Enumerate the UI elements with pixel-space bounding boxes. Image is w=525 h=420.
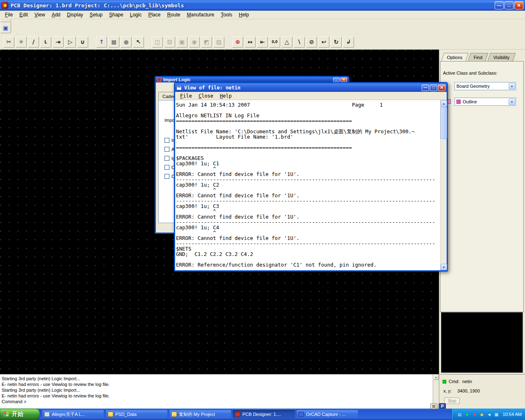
viewer-menu-help[interactable]: Help	[217, 93, 235, 99]
task-label: PSD_Data	[115, 412, 137, 417]
import-option-checkbox[interactable]	[164, 165, 169, 170]
eco-compare-icon[interactable]: ◫	[152, 37, 163, 48]
cut-icon[interactable]: ✂	[3, 37, 14, 48]
circle-cutout-icon[interactable]: ⊘	[306, 37, 317, 48]
keyboard-layout-icon[interactable]: ▤	[430, 403, 437, 409]
console-line: Starting 3rd party (netin) Logic Import.…	[2, 376, 431, 381]
spin-route-icon[interactable]: ↻	[331, 37, 342, 48]
origin-00-icon[interactable]: 0,0	[269, 37, 280, 48]
toolbar-row-2: ✂ ✳ ∕ L ⇥ ▷ ∪ ↑ ■ ● ↖ ◫ ⊟ ▣ ◉ ◩	[0, 34, 525, 50]
ime-keyboard-icon[interactable]: ▤	[457, 412, 463, 417]
save-drawing-icon[interactable]: ▣	[0, 22, 11, 33]
menu-display[interactable]: Display	[64, 11, 86, 18]
tab-find[interactable]: Find	[468, 53, 488, 61]
task-psd-data[interactable]: PSD_Data	[105, 410, 168, 419]
undo-move-icon[interactable]: ↑	[96, 37, 107, 48]
viewer-close-button[interactable]: ✕	[438, 84, 445, 91]
import-option-checkbox[interactable]	[164, 156, 169, 161]
slide-icon[interactable]: ∕	[28, 37, 39, 48]
pad-square-icon[interactable]: ▣	[176, 37, 187, 48]
start-button[interactable]: 开始	[0, 409, 40, 420]
tab-options[interactable]: Options	[441, 53, 468, 61]
task-orcad-capture[interactable]: OrCAD Capture - ...	[296, 410, 358, 419]
task-pcb-designer[interactable]: PCB Designer: 1....	[233, 410, 295, 419]
stretch-icon[interactable]: ⇥	[52, 37, 64, 48]
viewer-menu-close[interactable]: Close	[195, 93, 217, 99]
menu-add[interactable]: Add	[48, 11, 64, 18]
import-close-button[interactable]: ✕	[340, 78, 347, 82]
ime-mode-icon[interactable]: P	[439, 403, 446, 409]
dimension-horizontal-icon[interactable]: ↔	[244, 37, 256, 48]
copy-sheet-icon[interactable]: ⊟	[164, 37, 175, 48]
menu-manufacture[interactable]: Manufacture	[183, 11, 217, 18]
dimension-limit-icon[interactable]: ⇤	[257, 37, 268, 48]
menu-edit[interactable]: Edit	[16, 11, 31, 18]
menu-file[interactable]: File	[2, 11, 16, 18]
title-bar[interactable]: PCB Designer: 1.brd Project: C:...\pcb\p…	[0, 0, 525, 11]
spin-icon[interactable]: ✳	[16, 37, 27, 48]
taskbar-tasks: Allegro关于A L... PSD_Data 复制的 My Project …	[42, 410, 358, 419]
control-panel: Options Find Visibility Active Class and…	[439, 50, 525, 374]
minimize-button[interactable]: ―	[495, 1, 504, 9]
fill-rect-icon[interactable]: ■	[108, 37, 119, 48]
vertex-edit-icon[interactable]: L	[40, 37, 51, 48]
menu-logic[interactable]: Logic	[127, 11, 145, 18]
status-box: Cmd: netin x, y: 3400, 1900 Stop	[439, 374, 525, 409]
hook-route-icon[interactable]: ↩	[318, 37, 329, 48]
import-minimize-button[interactable]: ―	[333, 78, 340, 82]
chevron-down-icon[interactable]: ▼	[509, 98, 515, 105]
network-icon[interactable]: ▦	[494, 412, 500, 417]
menu-tools[interactable]: Tools	[217, 11, 235, 18]
volume-icon[interactable]: ◄	[486, 412, 492, 417]
move-grab-icon[interactable]: ∪	[77, 37, 88, 48]
menu-place[interactable]: Place	[145, 11, 164, 18]
artwork-film-icon[interactable]: ▨	[213, 37, 224, 48]
task-my-project[interactable]: 复制的 My Project	[169, 410, 231, 419]
viewer-maximize-button[interactable]: □	[430, 84, 437, 91]
subclass-select[interactable]: Outline ▼	[454, 98, 516, 106]
start-label: 开始	[12, 411, 23, 418]
subclass-swatch-icon	[457, 100, 461, 104]
viewer-title-bar[interactable]: View of file: netin ― □ ✕	[175, 83, 447, 92]
stop-button[interactable]: Stop	[444, 397, 460, 404]
tray-icons: ▤ ● ● ◆ ◄ ▦	[457, 412, 500, 417]
viewer-menu-file[interactable]: File	[177, 93, 195, 99]
dimension-angle-icon[interactable]: △	[281, 37, 292, 48]
import-dialog-icon	[157, 78, 161, 82]
menu-shape[interactable]: Shape	[106, 11, 127, 18]
class-select[interactable]: Board Geometry ▼	[454, 82, 516, 90]
task-allegro-about[interactable]: Allegro关于A L...	[42, 410, 104, 419]
alert-icon[interactable]: ●	[472, 412, 477, 417]
chevron-down-icon[interactable]: ▼	[509, 83, 515, 89]
scroll-down-icon[interactable]: ▼	[441, 264, 447, 270]
tab-visibility[interactable]: Visibility	[488, 53, 516, 61]
close-button[interactable]: ✕	[514, 1, 523, 9]
measure-icon[interactable]: ⊕	[232, 37, 243, 48]
menu-help[interactable]: Help	[235, 11, 252, 18]
import-option-checkbox[interactable]	[164, 174, 169, 179]
class-select-value: Board Geometry	[457, 84, 490, 89]
run-icon[interactable]: ▷	[65, 37, 76, 48]
update-shield-icon[interactable]: ◆	[479, 412, 485, 417]
scroll-up-icon[interactable]: ▲	[441, 100, 447, 107]
viewer-scrollbar[interactable]: ▲ ▼	[440, 100, 447, 270]
chamfer-icon[interactable]: ∖	[294, 37, 305, 48]
fill-circle-icon[interactable]: ●	[121, 37, 132, 48]
viewer-minimize-button[interactable]: ―	[422, 84, 429, 91]
antivirus-icon[interactable]: ●	[464, 412, 470, 417]
menu-view[interactable]: View	[31, 11, 48, 18]
import-option-checkbox[interactable]	[164, 138, 169, 143]
menu-setup[interactable]: Setup	[87, 11, 106, 18]
menu-route[interactable]: Route	[164, 11, 183, 18]
select-pointer-icon[interactable]: ↖	[133, 37, 144, 48]
import-option-checkbox[interactable]	[164, 147, 169, 152]
shape-slant-icon[interactable]: ◩	[201, 37, 212, 48]
import-dialog-title: Import Logic	[163, 78, 332, 82]
viewer-window-icon	[176, 85, 182, 90]
scroll-up-icon[interactable]: ▲	[434, 375, 438, 380]
corner-route-icon[interactable]: ↲	[343, 37, 354, 48]
scrollbar-thumb[interactable]	[441, 107, 447, 139]
world-view[interactable]	[441, 312, 523, 373]
maximize-button[interactable]: □	[504, 1, 514, 9]
pad-round-icon[interactable]: ◉	[189, 37, 200, 48]
